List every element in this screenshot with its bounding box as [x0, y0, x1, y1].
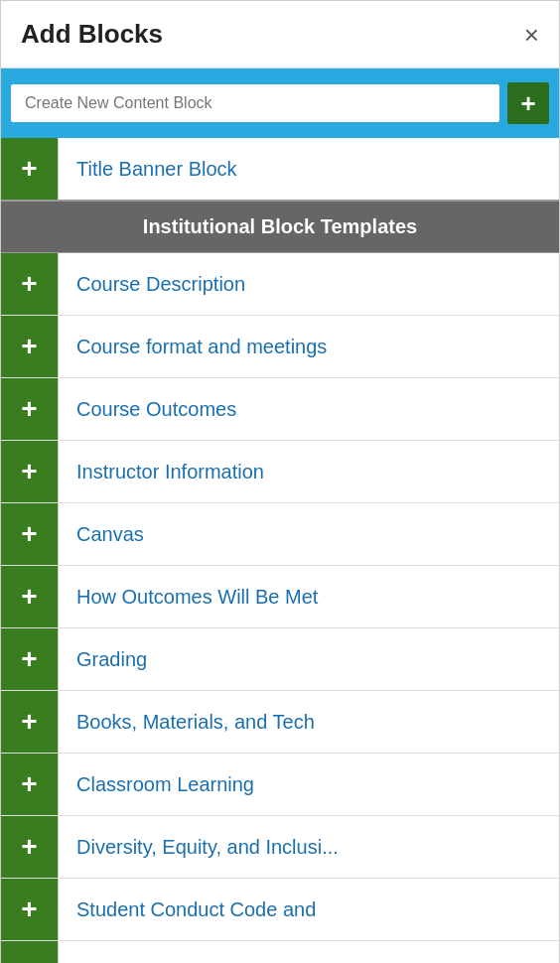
list-item: + Course Description	[1, 253, 559, 316]
list-item: + Classroom Learning	[1, 754, 559, 816]
course-format-meetings-label[interactable]: Course format and meetings	[59, 324, 559, 369]
course-description-label[interactable]: Course Description	[59, 261, 559, 307]
institutional-templates-header: Institutional Block Templates	[1, 202, 559, 253]
create-new-block-button[interactable]: +	[507, 82, 549, 124]
list-item: + Student Conduct Code and	[1, 879, 559, 941]
add-course-outcomes-button[interactable]: +	[1, 378, 59, 440]
add-course-description-button[interactable]: +	[1, 253, 59, 315]
blocks-list: + Course Description + Course format and…	[1, 253, 559, 963]
list-item: + Course format and meetings	[1, 316, 559, 378]
classroom-learning-label[interactable]: Classroom Learning	[59, 761, 559, 807]
list-item: + Student Services	[1, 941, 559, 963]
list-item: + Canvas	[1, 503, 559, 566]
title-banner-block-item: + Title Banner Block	[1, 138, 559, 202]
add-student-services-button[interactable]: +	[1, 941, 59, 963]
add-instructor-info-button[interactable]: +	[1, 441, 59, 502]
list-item: + Diversity, Equity, and Inclusi...	[1, 816, 559, 879]
add-diversity-button[interactable]: +	[1, 816, 59, 878]
diversity-equity-label[interactable]: Diversity, Equity, and Inclusi...	[59, 824, 559, 870]
instructor-information-label[interactable]: Instructor Information	[59, 449, 559, 494]
list-item: + Instructor Information	[1, 441, 559, 503]
books-materials-tech-label[interactable]: Books, Materials, and Tech	[59, 699, 559, 745]
list-item: + How Outcomes Will Be Met	[1, 566, 559, 628]
add-books-materials-button[interactable]: +	[1, 691, 59, 753]
add-course-format-button[interactable]: +	[1, 316, 59, 377]
grading-label[interactable]: Grading	[59, 636, 559, 682]
canvas-label[interactable]: Canvas	[59, 511, 559, 557]
add-blocks-panel: Add Blocks × + + Title Banner Block Inst…	[0, 0, 560, 963]
add-title-banner-button[interactable]: +	[1, 138, 59, 200]
student-services-label[interactable]: Student Services	[59, 949, 559, 963]
list-item: + Course Outcomes	[1, 378, 559, 441]
add-student-conduct-button[interactable]: +	[1, 879, 59, 940]
search-input[interactable]	[11, 84, 499, 122]
list-item: + Grading	[1, 628, 559, 691]
title-banner-block-label[interactable]: Title Banner Block	[59, 146, 559, 192]
student-conduct-label[interactable]: Student Conduct Code and	[59, 887, 559, 932]
add-canvas-button[interactable]: +	[1, 503, 59, 565]
add-how-outcomes-button[interactable]: +	[1, 566, 59, 627]
close-button[interactable]: ×	[524, 22, 539, 48]
panel-title: Add Blocks	[21, 19, 163, 50]
add-grading-button[interactable]: +	[1, 628, 59, 690]
search-bar: +	[1, 69, 559, 138]
how-outcomes-label[interactable]: How Outcomes Will Be Met	[59, 574, 559, 619]
add-classroom-learning-button[interactable]: +	[1, 754, 59, 815]
course-outcomes-label[interactable]: Course Outcomes	[59, 386, 559, 432]
list-item: + Books, Materials, and Tech	[1, 691, 559, 754]
panel-header: Add Blocks ×	[1, 1, 559, 69]
